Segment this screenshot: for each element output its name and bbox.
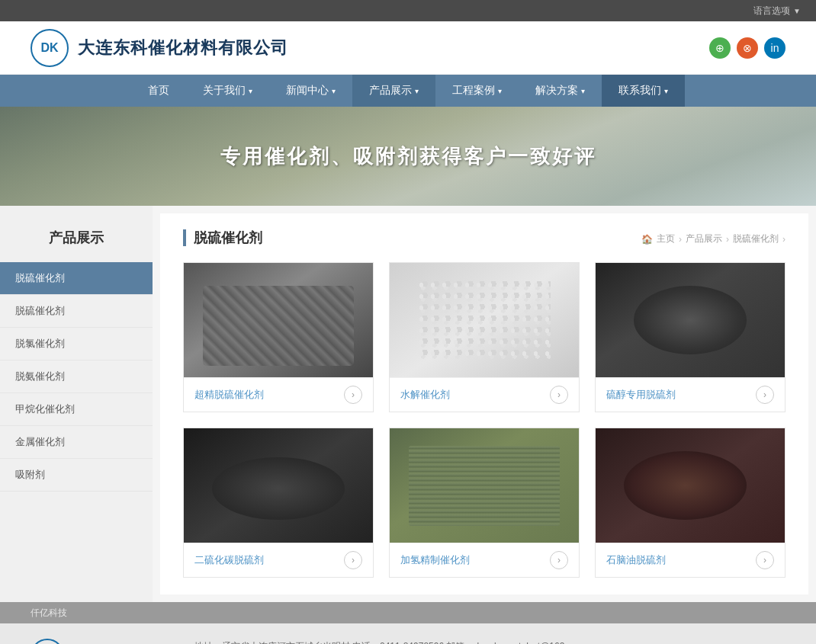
breadcrumb-current: 脱硫催化剂	[733, 232, 779, 245]
nav-item-contact[interactable]: 联系我们 ▾	[602, 75, 685, 107]
product-name-1: 超精脱硫催化剂	[194, 388, 264, 402]
footer-bar-text: 仟亿科技	[31, 607, 67, 620]
nav-item-solutions[interactable]: 解决方案 ▾	[519, 75, 602, 107]
product-image-2	[390, 263, 579, 377]
product-card-footer-1: 超精脱硫催化剂 ›	[184, 377, 373, 412]
banner: 专用催化剂、吸附剂获得客户一致好评	[0, 107, 816, 206]
breadcrumb-section[interactable]: 产品展示	[686, 232, 722, 245]
banner-text: 专用催化剂、吸附剂获得客户一致好评	[220, 143, 596, 170]
footer-logo-icon: DK	[31, 639, 64, 644]
breadcrumb-sep3: ›	[782, 234, 785, 245]
product-card-footer-6: 石脑油脱硫剂 ›	[596, 543, 785, 577]
footer-bar: 仟亿科技	[0, 602, 816, 623]
footer-info: 地址：辽宁省大连庄河市石城乡光明村 电话：0411-84978596 邮箱：do…	[64, 639, 715, 644]
language-selector[interactable]: 语言选项	[753, 5, 801, 18]
social-icons: ⊕ ⊗ in	[709, 37, 785, 59]
main-nav: 首页 关于我们 ▾ 新闻中心 ▾ 产品展示 ▾ 工程案例 ▾ 解决方案 ▾ 联系…	[0, 75, 816, 107]
product-image-3	[596, 263, 785, 377]
nav-arrow: ▾	[581, 87, 585, 95]
product-card-6[interactable]: 石脑油脱硫剂 ›	[595, 428, 785, 578]
logo-icon: DK	[31, 29, 69, 67]
nav-item-products[interactable]: 产品展示 ▾	[352, 75, 435, 107]
product-image-1	[184, 263, 373, 377]
logo-area: DK 大连东科催化材料有限公司	[31, 29, 288, 67]
product-name-4: 二硫化碳脱硫剂	[194, 553, 264, 567]
product-card-3[interactable]: 硫醇专用脱硫剂 ›	[595, 262, 785, 412]
top-bar: 语言选项	[0, 0, 816, 21]
product-card-2[interactable]: 水解催化剂 ›	[389, 262, 580, 412]
product-image-5	[390, 428, 579, 543]
product-card-4[interactable]: 二硫化碳脱硫剂 ›	[183, 428, 374, 578]
page-title-area: 脱硫催化剂	[183, 229, 262, 247]
footer: DK 地址：辽宁省大连庄河市石城乡光明村 电话：0411-84978596 邮箱…	[0, 623, 816, 644]
breadcrumb-home-icon: 🏠	[641, 234, 653, 245]
title-bar-decoration	[183, 229, 186, 246]
sidebar: 产品展示 脱硫催化剂 脱硫催化剂 脱氯催化剂 脱氨催化剂 甲烷化催化剂 金属催化…	[0, 206, 153, 602]
product-card-5[interactable]: 加氢精制催化剂 ›	[389, 428, 580, 578]
breadcrumb-sep2: ›	[726, 234, 729, 245]
content-wrapper: 产品展示 脱硫催化剂 脱硫催化剂 脱氯催化剂 脱氨催化剂 甲烷化催化剂 金属催化…	[0, 206, 816, 602]
nav-arrow: ▾	[332, 87, 336, 95]
product-card-footer-2: 水解催化剂 ›	[390, 377, 579, 412]
sidebar-item-methanation[interactable]: 甲烷化催化剂	[0, 393, 153, 426]
product-name-3: 硫醇专用脱硫剂	[606, 388, 676, 402]
product-arrow-4[interactable]: ›	[344, 551, 362, 569]
product-image-6	[596, 428, 785, 543]
nav-item-news[interactable]: 新闻中心 ▾	[269, 75, 352, 107]
sidebar-item-deammoniation[interactable]: 脱氨催化剂	[0, 360, 153, 393]
footer-logo: DK	[31, 639, 64, 644]
product-arrow-2[interactable]: ›	[550, 386, 568, 404]
weibo-icon[interactable]: ⊗	[737, 37, 758, 59]
linkedin-icon[interactable]: in	[764, 37, 785, 59]
wechat-icon[interactable]: ⊕	[709, 37, 731, 59]
nav-item-home[interactable]: 首页	[131, 75, 186, 107]
product-card-footer-5: 加氢精制催化剂 ›	[390, 543, 579, 577]
product-arrow-5[interactable]: ›	[550, 551, 568, 569]
nav-item-about[interactable]: 关于我们 ▾	[186, 75, 269, 107]
header: DK 大连东科催化材料有限公司 ⊕ ⊗ in	[0, 21, 816, 75]
nav-arrow: ▾	[664, 87, 668, 95]
sidebar-item-dechlorination[interactable]: 脱氯催化剂	[0, 328, 153, 360]
sidebar-item-desulfurization2[interactable]: 脱硫催化剂	[0, 295, 153, 328]
product-card-1[interactable]: 超精脱硫催化剂 ›	[183, 262, 374, 412]
footer-address: 地址：辽宁省大连庄河市石城乡光明村 电话：0411-84978596 邮箱：do…	[95, 639, 684, 644]
product-image-4	[184, 428, 373, 543]
sidebar-title: 产品展示	[0, 221, 153, 262]
sidebar-item-metal[interactable]: 金属催化剂	[0, 426, 153, 459]
main-content: 脱硫催化剂 🏠 主页 › 产品展示 › 脱硫催化剂 › 超精脱硫催化剂 ›	[160, 213, 808, 594]
page-title: 脱硫催化剂	[194, 229, 262, 247]
product-arrow-1[interactable]: ›	[344, 386, 362, 404]
page-header: 脱硫催化剂 🏠 主页 › 产品展示 › 脱硫催化剂 ›	[183, 229, 785, 247]
company-name: 大连东科催化材料有限公司	[78, 37, 288, 59]
product-name-5: 加氢精制催化剂	[400, 553, 470, 567]
nav-item-projects[interactable]: 工程案例 ▾	[435, 75, 519, 107]
nav-arrow: ▾	[249, 87, 252, 95]
product-card-footer-4: 二硫化碳脱硫剂 ›	[184, 543, 373, 577]
product-arrow-3[interactable]: ›	[756, 386, 774, 404]
nav-arrow: ▾	[415, 87, 419, 95]
product-name-6: 石脑油脱硫剂	[606, 553, 666, 567]
sidebar-item-adsorbent[interactable]: 吸附剂	[0, 459, 153, 492]
product-arrow-6[interactable]: ›	[756, 551, 774, 569]
nav-arrow: ▾	[498, 87, 502, 95]
product-card-footer-3: 硫醇专用脱硫剂 ›	[596, 377, 785, 412]
sidebar-item-desulfurization[interactable]: 脱硫催化剂	[0, 262, 153, 295]
breadcrumb-sep1: ›	[679, 234, 682, 245]
breadcrumb-home[interactable]: 主页	[657, 232, 675, 245]
product-grid: 超精脱硫催化剂 › 水解催化剂 › 硫醇专用脱硫剂 ›	[183, 262, 785, 578]
breadcrumb: 🏠 主页 › 产品展示 › 脱硫催化剂 ›	[641, 232, 785, 245]
product-name-2: 水解催化剂	[400, 388, 450, 402]
